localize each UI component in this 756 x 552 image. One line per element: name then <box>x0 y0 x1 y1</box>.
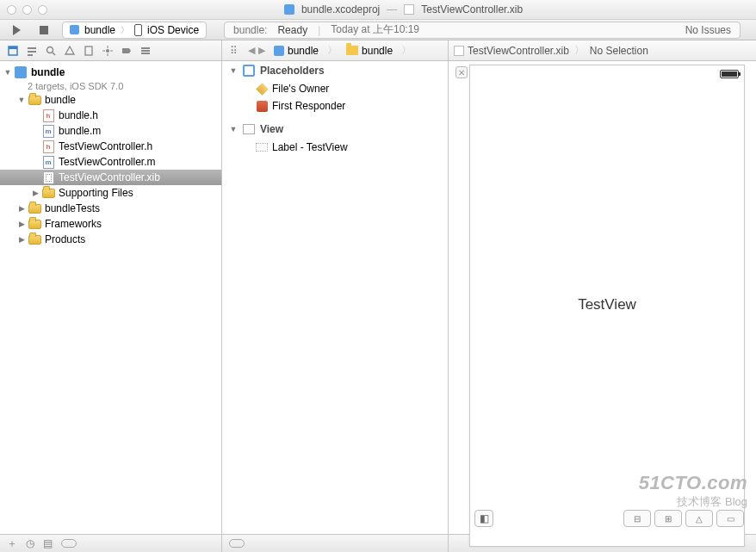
svg-rect-14 <box>141 50 150 52</box>
tree-row-testviewcontroller-m[interactable]: m TestViewController.m <box>0 154 221 170</box>
tree-row-bundle[interactable]: ▼ bundle <box>0 92 221 108</box>
svg-rect-2 <box>28 47 36 49</box>
placeholders-header[interactable]: ▼ Placeholders <box>222 61 448 80</box>
stop-icon <box>40 26 48 34</box>
project-navigator-icon[interactable] <box>7 45 19 57</box>
tab-row: ⠿ ◀ ▶ bundle 〉 bundle 〉 TestViewControll… <box>0 40 756 61</box>
log-navigator-icon[interactable] <box>139 45 152 57</box>
header-file-icon: h <box>43 109 54 122</box>
jumpbar-project[interactable]: bundle <box>274 45 319 57</box>
stop-button[interactable] <box>34 22 53 38</box>
nav-forward-icon[interactable]: ▶ <box>258 45 265 56</box>
filter-field[interactable] <box>61 539 77 548</box>
canvas-toolbar: ⊟ ⊞ △ ▭ <box>623 510 744 527</box>
tree-row-bundletests[interactable]: ▶ bundleTests <box>0 201 221 216</box>
find-navigator-icon[interactable] <box>45 45 57 57</box>
files-owner-item[interactable]: File's Owner <box>222 80 448 97</box>
test-navigator-icon[interactable] <box>83 45 95 57</box>
scheme-selector[interactable]: bundle 〉 iOS Device <box>62 22 207 39</box>
disclosure-triangle-icon[interactable]: ▼ <box>3 68 12 77</box>
project-icon <box>274 46 284 56</box>
jumpbar-file[interactable]: TestViewController.xib <box>454 45 569 57</box>
align-button[interactable]: ⊟ <box>623 510 651 527</box>
view-icon <box>243 124 255 134</box>
window-title: bundle.xcodeproj — TestViewController.xi… <box>58 3 749 16</box>
first-responder-item[interactable]: First Responder <box>222 97 448 115</box>
related-items-icon[interactable]: ⠿ <box>227 45 239 57</box>
breakpoint-navigator-icon[interactable] <box>121 45 133 57</box>
folder-icon <box>42 189 55 198</box>
jumpbar-folder[interactable]: bundle <box>346 45 393 57</box>
close-window-icon[interactable] <box>7 5 16 15</box>
project-name: bundle <box>31 67 65 78</box>
run-button[interactable] <box>7 22 26 38</box>
filter-field[interactable] <box>229 539 245 548</box>
symbol-navigator-icon[interactable] <box>26 45 38 57</box>
tree-row-bundle-h[interactable]: h bundle.h <box>0 108 221 123</box>
watermark: 51CTO.com 技术博客 Blog <box>639 472 747 510</box>
disclosure-triangle-icon[interactable]: ▼ <box>17 96 26 104</box>
status-prefix: bundle: <box>233 24 267 36</box>
folder-icon <box>28 235 41 245</box>
zoom-window-icon[interactable] <box>38 5 47 15</box>
tree-row-products[interactable]: ▶ Products <box>0 232 221 247</box>
disclosure-triangle-icon[interactable]: ▶ <box>17 235 26 244</box>
disclosure-triangle-icon[interactable]: ▶ <box>31 189 40 197</box>
test-view-label[interactable]: TestView <box>578 296 636 313</box>
cube-icon <box>256 83 269 96</box>
disclosure-triangle-icon[interactable]: ▼ <box>229 66 238 75</box>
xib-file-icon <box>454 46 464 56</box>
label-icon <box>256 143 268 152</box>
editor-jumpbar: TestViewController.xib 〉 No Selection <box>449 40 756 60</box>
header-file-icon: h <box>43 140 54 153</box>
disclosure-triangle-icon[interactable]: ▶ <box>17 204 26 213</box>
tree-row-testviewcontroller-h[interactable]: h TestViewController.h <box>0 139 221 154</box>
device-name: iOS Device <box>147 24 199 36</box>
pin-button[interactable]: ⊞ <box>654 510 682 527</box>
view-header[interactable]: ▼ View <box>222 120 448 139</box>
svg-line-6 <box>53 53 55 55</box>
folder-icon <box>28 96 41 105</box>
toggle-outline-button[interactable]: ◧ <box>474 510 493 527</box>
impl-file-icon: m <box>43 156 54 169</box>
debug-navigator-icon[interactable] <box>102 45 114 57</box>
resolve-issues-button[interactable]: △ <box>685 510 713 527</box>
navigator-filter-bar: ＋ ◷ ▤ <box>0 535 222 552</box>
project-root[interactable]: ▼ bundle <box>0 65 221 80</box>
device-icon <box>134 24 142 36</box>
tree-row-bundle-m[interactable]: m bundle.m <box>0 123 221 139</box>
resizing-button[interactable]: ▭ <box>716 510 744 527</box>
folder-icon <box>346 46 358 55</box>
minimize-window-icon[interactable] <box>22 5 32 15</box>
label-item[interactable]: Label - TestView <box>222 139 448 156</box>
tree-label: bundle.h <box>59 109 98 121</box>
add-icon[interactable]: ＋ <box>7 536 17 551</box>
status-time: Today at 上午10:19 <box>331 22 419 37</box>
xib-file-icon <box>43 171 54 184</box>
nav-back-icon[interactable]: ◀ <box>248 45 255 56</box>
issue-navigator-icon[interactable] <box>64 45 76 57</box>
placeholder-icon <box>243 65 255 77</box>
history-nav: ◀ ▶ <box>248 45 265 56</box>
clock-icon[interactable]: ◷ <box>26 537 34 549</box>
disclosure-triangle-icon[interactable]: ▼ <box>229 125 238 133</box>
responder-icon <box>257 101 268 112</box>
tree-label: bundleTests <box>45 202 100 214</box>
tree-label: Frameworks <box>45 218 102 230</box>
window-titlebar: bundle.xcodeproj — TestViewController.xi… <box>0 0 756 20</box>
svg-point-8 <box>106 49 109 53</box>
interface-builder-canvas[interactable]: ✕ TestView ◧ ⊟ ⊞ △ ▭ 51CTO.com 技术博客 Blog <box>449 61 756 534</box>
project-icon <box>15 66 27 78</box>
scm-icon[interactable]: ▤ <box>43 537 53 549</box>
xib-file-icon <box>404 4 414 15</box>
jumpbar-selection[interactable]: No Selection <box>590 45 648 57</box>
svg-point-5 <box>47 47 53 53</box>
close-document-icon[interactable]: ✕ <box>455 66 468 78</box>
tree-row-supporting-files[interactable]: ▶ Supporting Files <box>0 185 221 201</box>
tree-row-frameworks[interactable]: ▶ Frameworks <box>0 216 221 232</box>
chevron-right-icon: 〉 <box>121 24 129 36</box>
title-separator: — <box>387 3 397 16</box>
svg-rect-4 <box>28 54 33 56</box>
tree-row-testviewcontroller-xib[interactable]: TestViewController.xib <box>0 170 221 185</box>
disclosure-triangle-icon[interactable]: ▶ <box>17 220 26 228</box>
